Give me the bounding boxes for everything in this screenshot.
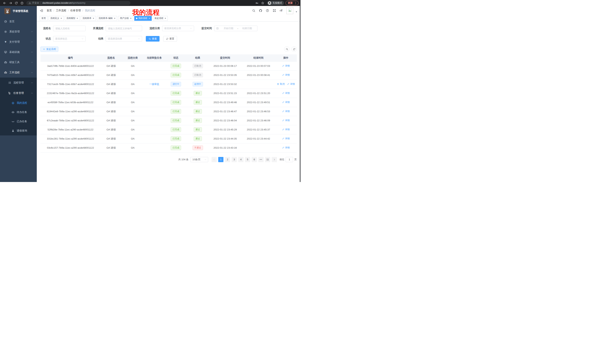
password-key-icon[interactable]	[255, 1, 259, 5]
pager-page-2[interactable]: 2	[225, 157, 230, 162]
process-name-input[interactable]	[53, 26, 86, 31]
sidebar-item-task-mgmt[interactable]: 任务管理	[0, 88, 37, 98]
cell-actions: 详情	[275, 107, 297, 116]
sidebar-item-system[interactable]: 系统管理	[0, 27, 37, 37]
table-row: 03c6c157-7b9a-11ec-a290-acde48001122OA 请…	[40, 143, 297, 152]
cell-end-time	[242, 143, 275, 152]
result-badge: 已取消	[193, 64, 203, 68]
detail-link[interactable]: 详情	[282, 128, 290, 131]
tab-process-definition[interactable]: 流程定义×	[49, 16, 64, 21]
detail-link[interactable]: 详情	[282, 146, 290, 149]
sidebar-item-workflow[interactable]: 工作流程	[0, 67, 37, 77]
pager-page-5[interactable]: 5	[245, 157, 250, 162]
table-row: 7470a810-7b9b-11ec-b5b7-acde48001122OA 请…	[40, 70, 297, 80]
filter-submit-time: 提交时间 开始日期 - 结束日期	[198, 26, 257, 31]
header-search-icon[interactable]	[252, 9, 255, 12]
breadcrumb-item-workflow[interactable]: 工作流程	[56, 9, 66, 12]
sidebar-toggle-icon[interactable]	[40, 9, 43, 12]
tab-close-icon[interactable]: ×	[114, 17, 116, 19]
github-icon[interactable]	[259, 9, 262, 12]
tab-process-model[interactable]: 流程模型×	[65, 16, 80, 21]
breadcrumb-item-task-mgmt[interactable]: 任务管理	[70, 9, 81, 12]
pager-prev-button[interactable]	[211, 157, 217, 162]
pager-next-button[interactable]	[272, 157, 277, 162]
sidebar-item-home[interactable]: 首页	[0, 16, 37, 27]
tab-close-icon[interactable]: ×	[60, 17, 62, 19]
sidebar-item-payment[interactable]: ¥支付管理	[0, 37, 37, 47]
help-icon[interactable]	[266, 9, 269, 12]
fullscreen-icon[interactable]	[273, 9, 276, 12]
bookmark-star-icon[interactable]	[261, 1, 264, 5]
sidebar-item-process-mgmt[interactable]: 流程管理	[0, 77, 37, 88]
sidebar-item-devtools[interactable]: 研发工具	[0, 57, 37, 67]
browser-menu-icon[interactable]	[294, 2, 297, 4]
user-menu-caret-icon[interactable]	[295, 11, 298, 13]
browser-home-icon[interactable]	[20, 1, 24, 5]
search-button[interactable]: 搜索	[146, 36, 160, 42]
detail-link[interactable]: 详情	[282, 92, 290, 95]
tab-process-form-edit[interactable]: 流程表单-编辑×	[97, 16, 117, 21]
pencil-icon	[282, 128, 284, 131]
tab-close-icon[interactable]: ×	[130, 17, 131, 19]
chevron-down-icon	[81, 38, 84, 40]
detail-link[interactable]: 详情	[282, 119, 290, 122]
cell-current-task	[144, 98, 165, 107]
pager-page-3[interactable]: 3	[232, 157, 237, 162]
detail-link[interactable]: 详情	[282, 74, 290, 77]
detail-link[interactable]: 详情	[282, 137, 290, 140]
pager-page-4[interactable]: 4	[238, 157, 243, 162]
browser-forward-icon[interactable]	[9, 1, 12, 5]
sidebar-item-todo-tasks[interactable]: 待办任务	[0, 108, 37, 117]
browser-back-icon[interactable]	[3, 1, 6, 5]
tab-user-group[interactable]: 用户分组×	[118, 16, 133, 21]
tab-home[interactable]: 首页	[40, 16, 48, 21]
cell-name: OA 请假	[100, 80, 122, 89]
sidebar-item-infrastructure[interactable]: 基础设施	[0, 47, 37, 57]
pager-page-1[interactable]: 1	[218, 157, 223, 162]
table-refresh-button[interactable]	[291, 46, 297, 52]
detail-link[interactable]: 详情	[282, 64, 290, 67]
address-bar[interactable]: 不安全 dashboard.yudao.iocoder.cn/bpm/task/…	[26, 1, 130, 5]
sidebar-item-my-process[interactable]: 我的流程	[0, 98, 37, 108]
result-select[interactable]: 请选择流结果	[106, 36, 142, 42]
current-task-link[interactable]: 一级审批	[149, 83, 159, 86]
font-size-icon[interactable]: TT	[280, 9, 283, 12]
browser-update-button[interactable]: 更新	[285, 1, 299, 5]
cancel-link[interactable]: 取消	[277, 83, 285, 86]
start-process-button[interactable]: 发起流程	[40, 47, 58, 52]
process-definition-input[interactable]	[106, 26, 142, 31]
browser-reload-icon[interactable]	[15, 1, 18, 5]
category-select[interactable]: 请选择流程分类	[162, 26, 194, 31]
table-search-button[interactable]	[284, 46, 290, 52]
filter-process-name: 流程名	[40, 26, 86, 31]
detail-link[interactable]: 详情	[287, 83, 295, 86]
sidebar-item-done-tasks[interactable]: 已办任务	[0, 117, 37, 126]
tab-close-icon[interactable]: ×	[77, 17, 78, 19]
tab-close-icon[interactable]: ×	[93, 17, 94, 19]
pager-ellipsis[interactable]: •••	[258, 157, 263, 162]
list-tree-icon	[8, 81, 11, 84]
avatar[interactable]	[286, 7, 293, 14]
tags-view: 首页流程定义×流程模型×流程表单×流程表单-编辑×用户分组×我的流程×发起流程×	[37, 15, 300, 21]
pager-page-6[interactable]: 6	[252, 157, 257, 162]
tab-close-icon[interactable]: ×	[149, 17, 150, 19]
breadcrumb-item-home[interactable]: 首页	[47, 9, 52, 12]
cell-actions: 详情	[275, 143, 297, 152]
reset-button[interactable]: 重置	[163, 36, 177, 42]
tab-process-form[interactable]: 流程表单×	[81, 16, 96, 21]
action-label: 详情	[285, 128, 290, 131]
cell-current-task	[144, 116, 165, 125]
date-range-picker[interactable]: 开始日期 - 结束日期	[214, 26, 257, 31]
page-size-select[interactable]: 10条/页	[190, 157, 208, 162]
dashboard-icon	[4, 20, 7, 23]
detail-link[interactable]: 详情	[282, 110, 290, 113]
sidebar-item-leave-query[interactable]: 请假查询	[0, 126, 37, 135]
detail-link[interactable]: 详情	[282, 101, 290, 104]
status-select[interactable]: 请选择状态	[53, 36, 86, 42]
logo-row[interactable]: 🐰 芋道管理系统	[0, 6, 37, 16]
col-status: 状态	[165, 54, 187, 61]
calendar-icon	[216, 27, 219, 30]
goto-page-input[interactable]	[286, 157, 293, 162]
tab-close-icon[interactable]: ×	[165, 17, 166, 19]
pager-page-11[interactable]: 11	[265, 157, 270, 162]
